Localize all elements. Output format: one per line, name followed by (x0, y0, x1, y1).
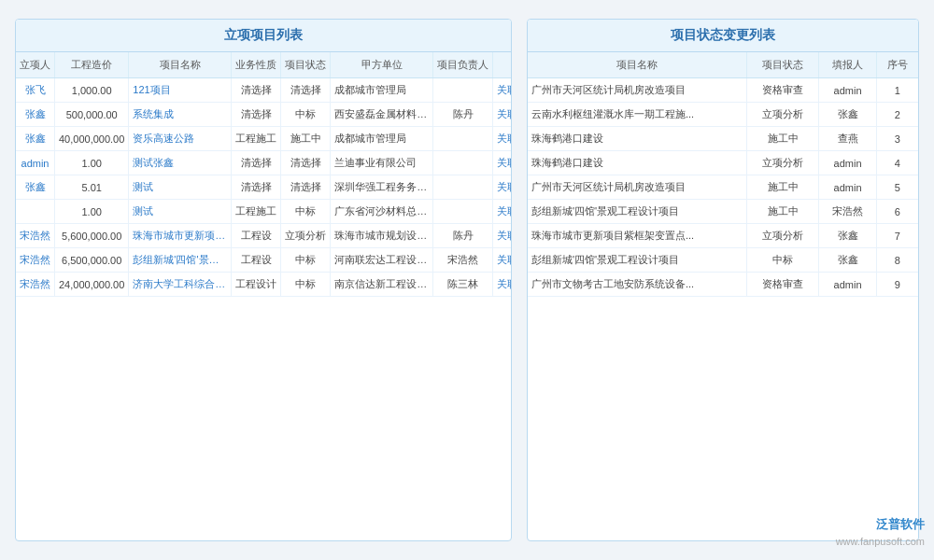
cell-client: 成都城市管理局 (331, 127, 433, 151)
rcell-reporter: admin (819, 175, 876, 200)
table-row: 珠海鹤港口建设 施工中 查燕 3 (528, 127, 918, 151)
left-table-header-row: 立项人 工程造价 项目名称 业务性质 项目状态 甲方单位 项目负责人 (16, 52, 511, 78)
right-table-wrap: 项目名称 项目状态 填报人 序号 广州市天河区统计局机房改造项目 资格审查 ad… (528, 52, 918, 297)
rcell-status: 立项分析 (746, 103, 819, 127)
rcell-seq: 6 (876, 200, 918, 224)
cell-person[interactable] (16, 200, 55, 224)
rcell-seq: 1 (876, 78, 918, 103)
rcell-status: 施工中 (746, 127, 819, 151)
cell-client: 深圳华强工程务务公司担由 (331, 175, 433, 200)
rcell-seq: 9 (876, 273, 918, 297)
table-row: 广州市文物考古工地安防系统设备... 资格审查 admin 9 (528, 273, 918, 297)
table-row: 珠海市城市更新项目紫框架变置点... 立项分析 张鑫 7 (528, 224, 918, 248)
brand-name: 泛普软件 (876, 517, 925, 531)
cell-person[interactable]: 宋浩然 (16, 224, 55, 248)
table-row: 张鑫 500,000.00 系统集成 清选择 中标 西安盛磊金属材料有限公司 陈… (16, 103, 511, 127)
cell-biz: 清选择 (232, 151, 281, 175)
table-row: 广州市天河区统计局机房改造项目 施工中 admin 5 (528, 175, 918, 200)
cell-person[interactable]: 张鑫 (16, 103, 55, 127)
left-panel-title: 立项项目列表 (16, 20, 511, 52)
rcell-reporter: 宋浩然 (819, 200, 876, 224)
table-row: 珠海鹤港口建设 立项分析 admin 4 (528, 151, 918, 175)
cell-name[interactable]: 测试 (129, 200, 232, 224)
rcell-name: 广州市天河区统计局机房改造项目 (528, 175, 746, 200)
cell-biz: 工程施工 (232, 200, 281, 224)
cell-price: 1.00 (55, 200, 129, 224)
cell-client: 西安盛磊金属材料有限公司 (331, 103, 433, 127)
rcell-name: 珠海鹤港口建设 (528, 151, 746, 175)
cell-person[interactable]: 张飞 (16, 78, 55, 103)
cell-manager (433, 127, 493, 151)
cell-manager: 陈三林 (433, 273, 493, 297)
right-table: 项目名称 项目状态 填报人 序号 广州市天河区统计局机房改造项目 资格审查 ad… (528, 52, 918, 297)
left-table-wrap: 立项人 工程造价 项目名称 业务性质 项目状态 甲方单位 项目负责人 张飞 1,… (16, 52, 511, 297)
rcell-status: 立项分析 (746, 151, 819, 175)
cell-name[interactable]: 济南大学工科综合楼建设... (129, 273, 232, 297)
table-row: 宋浩然 24,000,000.00 济南大学工科综合楼建设... 工程设计 中标… (16, 273, 511, 297)
cell-action[interactable]: 关联详情 (493, 78, 511, 103)
table-row: 彭组新城'四馆'景观工程设计项目 施工中 宋浩然 6 (528, 200, 918, 224)
cell-client: 兰迪事业有限公司 (331, 151, 433, 175)
rcell-reporter: 张鑫 (819, 103, 876, 127)
table-row: 广州市天河区统计局机房改造项目 资格审查 admin 1 (528, 78, 918, 103)
cell-person[interactable]: admin (16, 151, 55, 175)
cell-name[interactable]: 测试张鑫 (129, 151, 232, 175)
cell-status: 清选择 (281, 151, 331, 175)
col-manager: 项目负责人 (433, 52, 493, 78)
cell-price: 40,000,000.00 (55, 127, 129, 151)
rcol-name: 项目名称 (528, 52, 746, 78)
rcell-reporter: 张鑫 (819, 224, 876, 248)
cell-person[interactable]: 张鑫 (16, 175, 55, 200)
rcell-seq: 3 (876, 127, 918, 151)
cell-person[interactable]: 宋浩然 (16, 248, 55, 273)
rcell-status: 资格审查 (746, 273, 819, 297)
cell-action[interactable]: 关联详情 (493, 224, 511, 248)
cell-person[interactable]: 张鑫 (16, 127, 55, 151)
cell-action[interactable]: 关联详情 (493, 175, 511, 200)
cell-status: 清选择 (281, 175, 331, 200)
rcell-name: 彭组新城'四馆'景观工程设计项目 (528, 248, 746, 273)
rcell-status: 资格审查 (746, 78, 819, 103)
rcell-seq: 8 (876, 248, 918, 273)
table-row: 张鑫 40,000,000.00 资乐高速公路 工程施工 施工中 成都城市管理局… (16, 127, 511, 151)
cell-status: 施工中 (281, 127, 331, 151)
cell-client: 南京信达新工程设计院 (331, 273, 433, 297)
table-row: 彭组新城'四馆'景观工程设计项目 中标 张鑫 8 (528, 248, 918, 273)
cell-action[interactable]: 关联详情 (493, 273, 511, 297)
cell-price: 6,500,000.00 (55, 248, 129, 273)
cell-client: 珠海市城市规划设计院 (331, 224, 433, 248)
table-row: 宋浩然 6,500,000.00 彭组新城'四馆'景观工程... 工程设 中标 … (16, 248, 511, 273)
rcell-name: 广州市天河区统计局机房改造项目 (528, 78, 746, 103)
cell-action[interactable]: 关联详情 (493, 151, 511, 175)
cell-manager (433, 200, 493, 224)
rcell-seq: 2 (876, 103, 918, 127)
col-status: 项目状态 (281, 52, 331, 78)
cell-price: 5,600,000.00 (55, 224, 129, 248)
cell-status: 立项分析 (281, 224, 331, 248)
cell-client: 河南联宏达工程设计有限公司 (331, 248, 433, 273)
cell-biz: 清选择 (232, 175, 281, 200)
cell-name[interactable]: 系统集成 (129, 103, 232, 127)
cell-name[interactable]: 彭组新城'四馆'景观工程... (129, 248, 232, 273)
table-row: admin 1.00 测试张鑫 清选择 清选择 兰迪事业有限公司 关联详情 (16, 151, 511, 175)
rcell-name: 珠海市城市更新项目紫框架变置点... (528, 224, 746, 248)
cell-action[interactable]: 关联详情 (493, 127, 511, 151)
cell-biz: 工程设 (232, 248, 281, 273)
cell-manager (433, 175, 493, 200)
right-table-header-row: 项目名称 项目状态 填报人 序号 (528, 52, 918, 78)
rcell-name: 云南水利枢纽灌溉水库一期工程施... (528, 103, 746, 127)
cell-biz: 清选择 (232, 78, 281, 103)
cell-client: 广东省河沙材料总公司 (331, 200, 433, 224)
cell-name[interactable]: 珠海市城市更新项目紫框... (129, 224, 232, 248)
cell-name[interactable]: 测试 (129, 175, 232, 200)
cell-name[interactable]: 121项目 (129, 78, 232, 103)
cell-action[interactable]: 关联详情 (493, 103, 511, 127)
cell-person[interactable]: 宋浩然 (16, 273, 55, 297)
cell-name[interactable]: 资乐高速公路 (129, 127, 232, 151)
cell-action[interactable]: 关联详情 (493, 248, 511, 273)
col-client: 甲方单位 (331, 52, 433, 78)
cell-action[interactable]: 关联详情 (493, 200, 511, 224)
rcol-status: 项目状态 (746, 52, 819, 78)
cell-manager: 陈丹 (433, 224, 493, 248)
cell-status: 中标 (281, 273, 331, 297)
